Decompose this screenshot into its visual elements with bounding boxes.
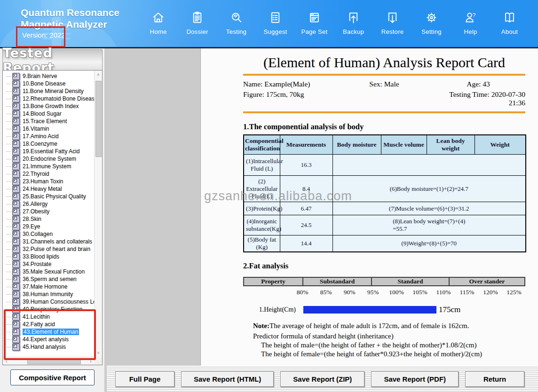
sidebar-item-18-coenzyme[interactable]: 18.Coenzyme <box>3 140 94 148</box>
sidebar-item-10-bone-disease[interactable]: 10.Bone Disease <box>3 80 94 87</box>
sidebar-item-14-blood-sugar[interactable]: 14.Blood Sugar <box>3 110 94 118</box>
sidebar-item-39-human-consciousness-lev[interactable]: 39.Human Consciousness Lev <box>3 298 94 306</box>
vertical-scroll-thumb[interactable] <box>95 81 102 157</box>
sidebar-item-19-essential-fatty-acid[interactable]: 19.Essential Fatty Acid <box>3 148 94 155</box>
report-page: (Element of Human) Analysis Report Card … <box>201 48 538 366</box>
sidebar-item-24-heavy-metal[interactable]: 24.Heavy Metal <box>3 185 94 193</box>
scale-tick: 95% <box>367 288 379 296</box>
sidebar-item-42-fatty-acid[interactable]: 42.Fatty acid <box>3 321 94 328</box>
sidebar-item-21-immune-system[interactable]: 21.Immune System <box>3 163 94 170</box>
tick-label: 95% <box>367 289 379 296</box>
sidebar-item-16-vitamin[interactable]: 16.Vitamin <box>3 125 94 133</box>
sidebar-item-26-allergy[interactable]: 26.Allergy <box>3 200 94 208</box>
sidebar-item-29-eye[interactable]: 29.Eye <box>3 223 94 230</box>
sidebar-item-label: 20.Endocrine System <box>23 156 76 162</box>
scroll-down-icon[interactable]: ˅ <box>95 349 102 357</box>
sidebar-item-12-rheumatoid-bone-disease[interactable]: 12.Rheumatoid Bone Disease <box>3 95 94 102</box>
scroll-right-icon[interactable]: › <box>87 357 95 365</box>
sidebar-item-label: 42.Fatty acid <box>23 321 55 328</box>
nav-item-restore[interactable]: Restore <box>373 9 412 35</box>
report-item-icon <box>12 133 20 140</box>
property-header-substandard: Substandard <box>303 278 372 285</box>
sidebar-item-41-lecithin[interactable]: 41.Lecithin <box>3 313 94 321</box>
nav-item-help[interactable]: ?Help <box>451 9 490 35</box>
report-item-icon <box>12 298 20 306</box>
sidebar-item-20-endocrine-system[interactable]: 20.Endocrine System <box>3 155 94 163</box>
main-area: (Element of Human) Analysis Report Card … <box>104 48 538 392</box>
sidebar-item-11-bone-mineral-density[interactable]: 11.Bone Mineral Density <box>3 87 94 95</box>
sidebar-item-9-brain-nerve[interactable]: 9.Brain Nerve <box>3 72 94 80</box>
report-item-icon <box>12 276 20 283</box>
sidebar-item-36-sperm-and-semen[interactable]: 36.Sperm and semen <box>3 275 94 283</box>
sidebar-item-17-amino-acid[interactable]: 17.Amino Acid <box>3 133 94 140</box>
sidebar-item-35-male-sexual-function[interactable]: 35.Male Sexual Function <box>3 268 94 275</box>
height-row-label: 1.Height(Cm) <box>243 306 296 314</box>
sidebar-item-45-hand-analysis[interactable]: 45.Hand analysis <box>3 343 94 351</box>
nav-item-page-set[interactable]: Page Set <box>295 9 334 35</box>
sidebar-item-32-pulse-of-heart-and-brain[interactable]: 32.Pulse of heart and brain <box>3 245 94 253</box>
sidebar-item-23-human-toxin[interactable]: 23.Human Toxin <box>3 178 94 185</box>
vertical-scrollbar[interactable]: ˄ ˅ <box>94 71 102 357</box>
sidebar-item-33-blood-lipids[interactable]: 33.Blood lipids <box>3 253 94 260</box>
sidebar-item-28-skin[interactable]: 28.Skin <box>3 215 94 223</box>
sidebar-item-37-male-hormone[interactable]: 37.Male Hormone <box>3 283 94 290</box>
nav-item-home[interactable]: Home <box>139 9 178 35</box>
scroll-up-icon[interactable]: ˄ <box>95 71 102 78</box>
row-value-cell: 6.47 <box>280 202 332 215</box>
sidebar-item-label: 44.Expert analysis <box>23 336 69 343</box>
nav-item-dossier[interactable]: Dossier <box>178 9 217 35</box>
nav-item-backup[interactable]: Backup <box>334 9 373 35</box>
sidebar-item-label: 43.Element of Human <box>23 329 79 335</box>
sidebar-item-31-channels-and-collaterals[interactable]: 31.Channels and collaterals <box>3 238 94 245</box>
sidebar-item-15-trace-element[interactable]: 15.Trace Element <box>3 118 94 125</box>
horizontal-scrollbar[interactable]: ‹ › <box>3 357 95 365</box>
horizontal-scroll-thumb[interactable] <box>27 358 81 364</box>
nav-item-suggest[interactable]: Suggest <box>256 9 295 35</box>
componential-table: Componential classificationMeasurementsB… <box>243 134 526 252</box>
row-value-cell: 8.4 <box>280 176 332 202</box>
report-item-icon <box>12 201 20 208</box>
sidebar-item-22-thyroid[interactable]: 22.Thyroid <box>3 170 94 178</box>
report-item-icon <box>12 110 20 118</box>
report-title: (Element of Human) Analysis Report Card <box>243 55 525 71</box>
sidebar-item-40-respiratory-function[interactable]: 40.Respiratory Function <box>3 306 94 313</box>
compositive-report-button[interactable]: Compositive Report <box>10 369 95 385</box>
sidebar-item-label: 28.Skin <box>23 216 41 222</box>
sidebar-item-27-obesity[interactable]: 27.Obesity <box>3 208 94 215</box>
sidebar-item-43-element-of-human[interactable]: 43.Element of Human <box>3 328 94 336</box>
nav-item-setting[interactable]: Setting <box>412 9 451 35</box>
sidebar-item-34-prostate[interactable]: 34.Prostate <box>3 260 94 268</box>
sidebar-item-44-expert-analysis[interactable]: 44.Expert analysis <box>3 336 94 343</box>
tick-label: 80% <box>297 289 309 296</box>
sidebar-item-label: 12.Rheumatoid Bone Disease <box>23 95 94 102</box>
return-button[interactable]: Return <box>465 371 524 387</box>
save-report-html-button[interactable]: Save Report (HTML) <box>181 371 274 387</box>
nav-item-about[interactable]: About <box>490 9 529 35</box>
full-page-button[interactable]: Full Page <box>115 371 174 387</box>
report-item-icon <box>12 253 20 260</box>
sidebar-item-label: 37.Male Hormone <box>23 283 67 290</box>
sidebar-item-25-basic-physical-quality[interactable]: 25.Basic Physical Quality <box>3 193 94 200</box>
save-report-pdf-button[interactable]: Save Report (PDF) <box>371 371 459 387</box>
scale-tick: 115% <box>460 288 475 296</box>
scroll-left-icon[interactable]: ‹ <box>3 357 10 365</box>
nav-item-label: Suggest <box>264 28 287 35</box>
report-tree-panel: 9.Brain Nerve10.Bone Disease11.Bone Mine… <box>2 70 103 365</box>
scale-tick: 100% <box>389 288 404 296</box>
nav-item-label: About <box>501 28 518 35</box>
sidebar-item-30-collagen[interactable]: 30.Collagen <box>3 230 94 238</box>
sidebar-item-label: 38.Human Immunity <box>23 291 73 298</box>
sidebar-item-label: 30.Collagen <box>23 231 53 237</box>
table-row: (5)Body fat (Kg)14.4(9)Weight=(8)+(5)=70 <box>244 235 526 252</box>
save-report-zip-button[interactable]: Save Report (ZIP) <box>280 371 364 387</box>
sidebar-item-13-bone-growth-index[interactable]: 13.Bone Growth Index <box>3 102 94 110</box>
scale-tick: 120% <box>483 288 498 296</box>
report-item-icon <box>12 261 20 268</box>
sidebar-item-label: 16.Vitamin <box>23 125 49 132</box>
nav-item-testing[interactable]: Testing <box>217 9 256 35</box>
row-value-cell: 14.4 <box>280 235 332 252</box>
report-item-icon <box>12 216 20 223</box>
sidebar-item-38-human-immunity[interactable]: 38.Human Immunity <box>3 290 94 298</box>
tick-label: 115% <box>460 289 475 296</box>
table-row: (3)Protein(Kg)6.47(7)Muscle volume=(6)+(… <box>244 202 526 215</box>
